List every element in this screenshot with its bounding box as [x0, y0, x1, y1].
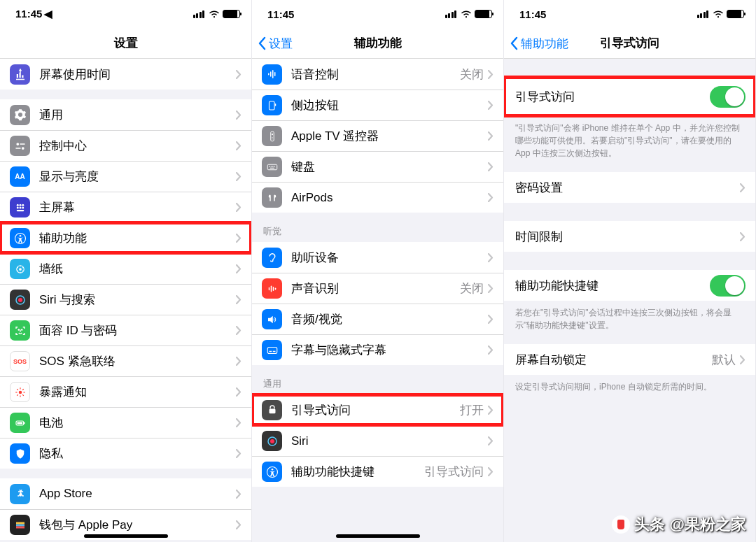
row-value: 默认: [712, 352, 736, 368]
homescreen-icon: [10, 197, 30, 217]
screen-guided-access: 11:45 辅助功能 引导式访问 引导式访问 "引导式访问"会将 iPhone …: [504, 0, 756, 542]
back-button[interactable]: 设置: [258, 28, 293, 59]
accessibility-icon: [10, 228, 30, 248]
svg-rect-54: [274, 166, 275, 166]
chevron-right-icon: [236, 326, 241, 335]
page-title: 引导式访问: [600, 35, 659, 51]
svg-point-9: [22, 206, 24, 208]
svg-point-19: [17, 270, 18, 271]
chevron-right-icon: [236, 387, 241, 397]
svg-rect-62: [272, 350, 275, 352]
svg-rect-43: [274, 72, 276, 76]
svg-point-23: [18, 329, 19, 329]
row-accessibility[interactable]: 辅助功能: [0, 222, 251, 253]
row-wallpaper[interactable]: 墙纸: [0, 253, 251, 284]
subtitles-icon: [262, 340, 282, 360]
row-autolock[interactable]: 屏幕自动锁定 默认: [504, 344, 755, 375]
back-label: 设置: [269, 36, 293, 52]
appstore-icon: [10, 484, 30, 504]
row-control-center[interactable]: 控制中心: [0, 130, 251, 161]
row-sos[interactable]: SOS SOS 紧急联络: [0, 345, 251, 376]
chevron-right-icon: [236, 418, 241, 427]
chevron-right-icon: [740, 232, 746, 241]
chevron-right-icon: [488, 162, 493, 171]
navbar: 设置: [0, 28, 251, 59]
row-siri[interactable]: Siri 与搜索: [0, 284, 251, 315]
status-time: 11:45: [519, 8, 546, 20]
row-time-limits[interactable]: 时间限制: [504, 221, 755, 252]
row-label: Siri: [291, 434, 488, 448]
row-label: 面容 ID 与密码: [39, 322, 236, 338]
row-label: 控制中心: [39, 138, 236, 154]
toggle-on[interactable]: [710, 275, 746, 297]
siri-icon: [10, 290, 30, 310]
chevron-right-icon: [488, 253, 493, 262]
row-label: 隐私: [39, 445, 236, 462]
status-time: 11:45: [267, 8, 294, 20]
location-icon: ◀: [44, 8, 52, 20]
siri-icon: [262, 431, 282, 451]
svg-point-16: [22, 267, 24, 269]
row-voice-control[interactable]: 语音控制 关闭: [252, 59, 503, 90]
home-indicator[interactable]: [336, 534, 420, 538]
lock-icon: [262, 400, 282, 420]
wifi-icon: [209, 10, 220, 18]
row-guided-access-toggle[interactable]: 引导式访问: [504, 77, 755, 116]
svg-rect-44: [269, 101, 274, 110]
row-homescreen[interactable]: 主屏幕: [0, 192, 251, 222]
row-display[interactable]: AA 显示与亮度: [0, 161, 251, 192]
row-label: 密码设置: [515, 180, 740, 196]
navbar: 辅助功能 引导式访问: [504, 28, 755, 59]
row-battery[interactable]: 电池: [0, 407, 251, 438]
row-audio-visual[interactable]: 音频/视觉: [252, 304, 503, 334]
gear-icon: [10, 105, 30, 125]
svg-point-25: [18, 390, 22, 394]
chevron-left-icon: [510, 36, 518, 50]
row-side-button[interactable]: 侧边按钮: [252, 90, 503, 120]
row-keyboard[interactable]: 键盘: [252, 151, 503, 182]
row-appstore[interactable]: App Store: [0, 478, 251, 509]
row-shortcut[interactable]: 辅助功能快捷键 引导式访问: [252, 456, 503, 487]
svg-rect-35: [24, 422, 25, 424]
svg-rect-3: [15, 148, 21, 149]
row-general[interactable]: 通用: [0, 99, 251, 130]
svg-point-47: [271, 133, 272, 134]
toggle-on[interactable]: [710, 86, 746, 108]
row-siri2[interactable]: Siri: [252, 425, 503, 456]
row-value: 打开: [460, 402, 484, 418]
row-sound-recognition[interactable]: 声音识别 关闭: [252, 273, 503, 304]
section-header-general: 通用: [252, 365, 503, 394]
footer-note-shortcut: 若您在"引导式访问"会话过程中连按三次侧边按钮，将会显示"辅助功能快捷键"设置。: [504, 301, 755, 334]
svg-rect-40: [268, 73, 270, 76]
row-screentime[interactable]: 屏幕使用时间: [0, 59, 251, 90]
row-subtitles[interactable]: 字幕与隐藏式字幕: [252, 334, 503, 365]
row-guided-access[interactable]: 引导式访问 打开: [252, 394, 503, 425]
faceid-icon: [10, 320, 30, 341]
svg-rect-37: [16, 522, 24, 524]
row-shortcut-toggle[interactable]: 辅助功能快捷键: [504, 270, 755, 301]
row-airpods[interactable]: AirPods: [252, 182, 503, 213]
row-hearing-devices[interactable]: 助听设备: [252, 242, 503, 273]
side-button-icon: [262, 95, 282, 115]
svg-point-15: [20, 265, 21, 266]
status-bar: 11:45◀: [0, 0, 251, 28]
svg-rect-42: [272, 70, 274, 78]
chevron-right-icon: [488, 345, 493, 355]
chevron-right-icon: [236, 520, 241, 529]
airpods-icon: [262, 187, 282, 208]
back-button[interactable]: 辅助功能: [510, 28, 568, 59]
row-privacy[interactable]: 隐私: [0, 438, 251, 469]
row-apple-tv[interactable]: Apple TV 遥控器: [252, 120, 503, 151]
wallpaper-icon: [10, 259, 30, 279]
svg-point-65: [270, 439, 274, 443]
row-exposure[interactable]: 暴露通知: [0, 376, 251, 407]
row-faceid[interactable]: 面容 ID 与密码: [0, 315, 251, 345]
row-label: 墙纸: [39, 261, 236, 277]
svg-rect-39: [16, 526, 24, 528]
row-label: 引导式访问: [515, 89, 710, 105]
row-passcode[interactable]: 密码设置: [504, 172, 755, 203]
chevron-right-icon: [236, 234, 241, 243]
home-indicator[interactable]: [84, 534, 168, 538]
chevron-right-icon: [236, 172, 241, 181]
svg-point-2: [21, 147, 24, 150]
